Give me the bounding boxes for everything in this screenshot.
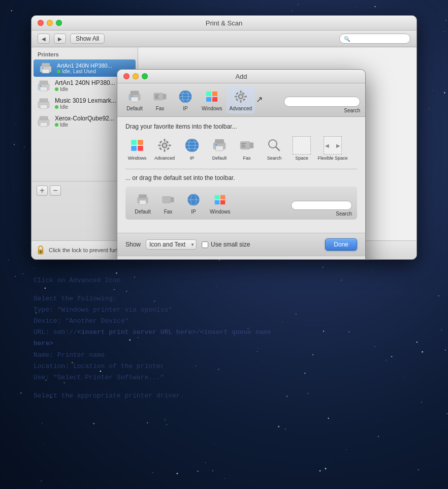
preview-default-button[interactable]: Default bbox=[131, 190, 155, 217]
show-select[interactable]: Icon and Text Icon Only Text Only bbox=[146, 239, 197, 250]
svg-rect-1 bbox=[42, 63, 50, 67]
svg-rect-31 bbox=[206, 91, 211, 96]
maximize-button[interactable] bbox=[56, 20, 62, 26]
svg-rect-24 bbox=[155, 96, 158, 97]
windows-icon bbox=[128, 136, 146, 155]
instruction-line-10: Use: "Select Printer Software..." bbox=[34, 372, 414, 383]
url-prefix: URL: smb:// bbox=[34, 328, 77, 336]
svg-rect-7 bbox=[40, 85, 41, 86]
default-set-title: ... or drag the default set into the too… bbox=[125, 174, 357, 181]
icon-item-search[interactable]: Search bbox=[263, 136, 286, 161]
small-size-checkbox[interactable] bbox=[202, 241, 208, 248]
svg-rect-85 bbox=[215, 200, 219, 204]
svg-rect-20 bbox=[131, 96, 133, 97]
icon-item-flexible-space[interactable]: ◀ ▶ Flexible Space bbox=[317, 136, 348, 161]
svg-rect-42 bbox=[242, 98, 245, 101]
svg-rect-19 bbox=[131, 97, 138, 102]
cursor-indicator: ↗ bbox=[256, 95, 263, 104]
svg-rect-69 bbox=[250, 143, 253, 148]
svg-rect-37 bbox=[240, 90, 241, 93]
svg-rect-77 bbox=[140, 200, 146, 204]
toolbar-default-button[interactable]: Default bbox=[122, 86, 147, 113]
svg-point-50 bbox=[163, 144, 166, 147]
preview-label: IP bbox=[191, 209, 196, 215]
preview-search-input[interactable] bbox=[291, 201, 352, 210]
icon-item-default[interactable]: Default bbox=[208, 136, 231, 161]
preview-search: Search bbox=[291, 201, 352, 217]
show-label: Show bbox=[125, 241, 141, 248]
instruction-line-5: Device: "Another Device" bbox=[34, 316, 414, 327]
printer-icon bbox=[37, 80, 51, 92]
svg-rect-51 bbox=[164, 139, 165, 141]
icon-label: Default bbox=[212, 156, 227, 161]
icon-item-advanced[interactable]: Advanced bbox=[153, 136, 176, 161]
add-search-input[interactable] bbox=[284, 97, 360, 107]
svg-rect-32 bbox=[212, 91, 217, 96]
instruction-line-1: Click on Advanced Icon bbox=[34, 275, 414, 286]
fax-icon bbox=[160, 192, 176, 208]
svg-rect-38 bbox=[240, 100, 241, 103]
svg-rect-71 bbox=[241, 145, 244, 146]
customize-title: Drag your favorite items into the toolba… bbox=[125, 123, 357, 130]
instructions-text: Click on Advanced Icon Select the follow… bbox=[31, 275, 417, 402]
instruction-line-9: Location: Location of the printer bbox=[34, 361, 414, 372]
nav-back-button[interactable]: ◀ bbox=[38, 34, 50, 44]
svg-rect-84 bbox=[220, 195, 225, 199]
toolbar-advanced-label: Advanced bbox=[230, 106, 252, 111]
default-set-preview: Default Fax bbox=[125, 187, 357, 220]
icon-item-windows[interactable]: Windows bbox=[125, 136, 149, 161]
add-maximize-button[interactable] bbox=[142, 73, 148, 79]
main-toolbar: ◀ ▶ Show All 🔍 bbox=[31, 30, 417, 47]
svg-rect-41 bbox=[236, 92, 239, 95]
instruction-line-7: here> bbox=[34, 338, 414, 349]
svg-rect-54 bbox=[168, 144, 171, 146]
svg-rect-22 bbox=[163, 94, 166, 99]
toolbar-fax-button[interactable]: Fax bbox=[148, 86, 172, 113]
preview-label: Windows bbox=[210, 209, 231, 215]
instruction-line-8: Name: Printer name bbox=[34, 350, 414, 361]
search-label: Search bbox=[344, 108, 360, 113]
toolbar-ip-button[interactable]: IP bbox=[173, 86, 198, 113]
done-button[interactable]: Done bbox=[325, 238, 357, 251]
svg-rect-46 bbox=[138, 140, 143, 145]
svg-rect-25 bbox=[155, 98, 159, 99]
svg-rect-23 bbox=[155, 95, 159, 96]
toolbar-windows-button[interactable]: Windows bbox=[199, 86, 226, 113]
add-close-button[interactable] bbox=[123, 73, 130, 79]
svg-rect-56 bbox=[167, 147, 170, 150]
nav-forward-button[interactable]: ▶ bbox=[54, 34, 66, 44]
remove-printer-button[interactable]: − bbox=[50, 186, 61, 196]
instruction-line-4: Type: "Windows printer via spoolss" bbox=[34, 304, 414, 316]
minimize-button[interactable] bbox=[47, 20, 53, 26]
svg-rect-78 bbox=[163, 197, 171, 203]
preview-search-label: Search bbox=[336, 211, 352, 217]
icon-label: Search bbox=[267, 156, 282, 161]
svg-rect-34 bbox=[212, 97, 217, 102]
window-title: Print & Scan bbox=[206, 19, 242, 27]
status-indicator bbox=[55, 123, 58, 127]
search-field[interactable]: 🔍 bbox=[339, 34, 410, 44]
svg-rect-5 bbox=[40, 81, 48, 84]
add-printer-button[interactable]: + bbox=[37, 186, 48, 196]
preview-label: Fax bbox=[164, 209, 173, 215]
svg-rect-55 bbox=[159, 141, 163, 144]
windows-icon bbox=[212, 192, 228, 208]
icon-label: Fax bbox=[243, 156, 250, 161]
add-minimize-button[interactable] bbox=[133, 73, 139, 79]
toolbar-windows-label: Windows bbox=[202, 106, 222, 111]
show-all-button[interactable]: Show All bbox=[70, 34, 105, 44]
svg-rect-79 bbox=[171, 197, 174, 202]
preview-fax-button[interactable]: Fax bbox=[156, 190, 180, 217]
preview-windows-button[interactable]: Windows bbox=[207, 190, 234, 217]
traffic-lights bbox=[38, 20, 62, 26]
svg-rect-47 bbox=[131, 146, 137, 151]
icon-item-space[interactable]: Space bbox=[290, 136, 313, 161]
svg-rect-6 bbox=[40, 87, 47, 91]
toolbar-advanced-button[interactable]: Advanced bbox=[227, 86, 255, 113]
printer-status-text: Idle bbox=[60, 86, 68, 92]
svg-rect-3 bbox=[42, 68, 43, 69]
close-button[interactable] bbox=[38, 20, 44, 26]
icon-item-ip[interactable]: IP bbox=[180, 136, 204, 161]
preview-ip-button[interactable]: IP bbox=[181, 190, 206, 217]
icon-item-fax[interactable]: Fax bbox=[235, 136, 259, 161]
